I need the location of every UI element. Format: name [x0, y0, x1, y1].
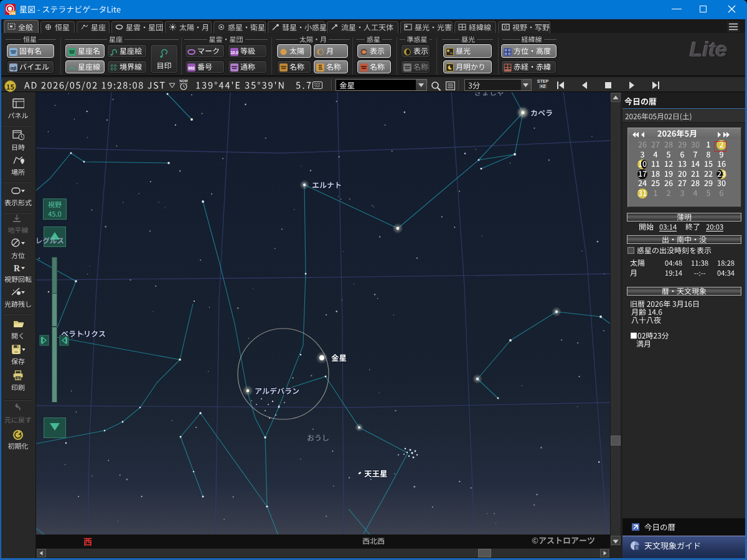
- svg-text:10.0: 10.0: [230, 50, 238, 54]
- svg-text:2000: 2000: [504, 68, 511, 72]
- svg-text:R: R: [14, 264, 21, 273]
- svg-text:M8: M8: [188, 65, 194, 71]
- svg-text:Lite: Lite: [9, 11, 16, 15]
- svg-text:αβ: αβ: [11, 65, 17, 71]
- svg-text:NOW: NOW: [179, 79, 188, 83]
